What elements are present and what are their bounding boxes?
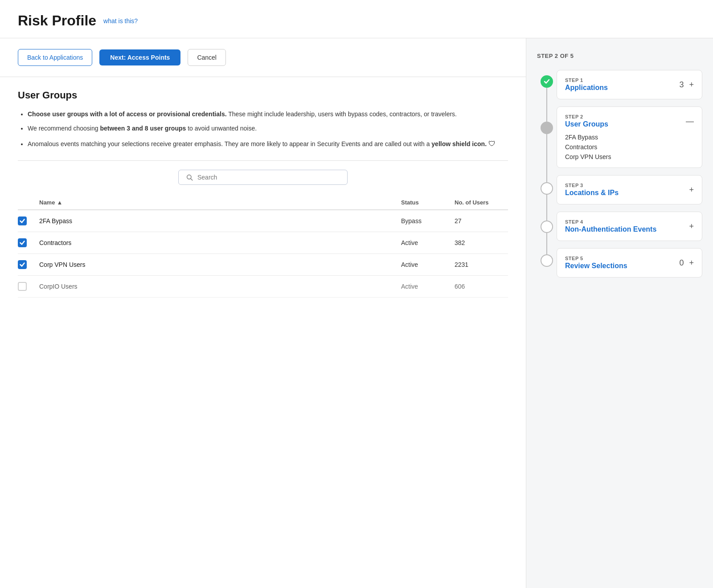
card4-line	[546, 245, 547, 254]
indicator-column	[537, 70, 557, 288]
section-title: User Groups	[18, 90, 508, 101]
checkbox-col-header	[18, 199, 39, 206]
row-name-4: CorpIO Users	[39, 283, 401, 290]
gap-1-2	[557, 103, 702, 106]
step2-number: STEP 2	[565, 114, 608, 119]
user-groups-table: Name ▲ Status No. of Users 2FA	[18, 196, 508, 298]
card3-spacer	[546, 207, 547, 220]
users-column-header: No. of Users	[455, 199, 508, 206]
step2-card: STEP 2 User Groups — 2FA Bypass Contract…	[557, 106, 702, 168]
row-name-3: Corp VPN Users	[39, 261, 401, 268]
gap-3-4	[557, 208, 702, 212]
step3-expand-icon[interactable]: +	[689, 185, 694, 195]
step3-number: STEP 3	[565, 183, 619, 188]
step2-items: 2FA Bypass Contractors Corp VPN Users	[565, 134, 694, 160]
table-row: 2FA Bypass Bypass 27	[18, 210, 508, 232]
step2-indicator	[541, 122, 553, 134]
step2-expand-icon[interactable]: —	[686, 117, 694, 126]
row-users-2: 382	[455, 239, 508, 246]
step2-item-3: Corp VPN Users	[565, 153, 694, 160]
line-1-2	[546, 88, 547, 95]
step2-info: STEP 2 User Groups	[565, 114, 608, 128]
step2-card-header: STEP 2 User Groups —	[565, 114, 694, 128]
step5-expand-icon[interactable]: +	[689, 258, 694, 268]
status-column-header: Status	[401, 199, 455, 206]
line-2-3	[546, 134, 547, 147]
search-container	[18, 170, 508, 185]
search-input[interactable]	[197, 174, 340, 181]
step3-card-header: STEP 3 Locations & IPs +	[565, 183, 694, 197]
step1-count: 3	[679, 80, 684, 90]
step1-indicator	[541, 75, 553, 88]
check-icon	[20, 262, 25, 267]
step3-right: +	[689, 185, 694, 195]
row-status-2: Active	[401, 239, 455, 246]
step4-indicator-wrapper	[541, 220, 553, 245]
step1-card-header: STEP 1 Applications 3 +	[565, 78, 694, 92]
check-icon	[20, 218, 25, 224]
row-name-2: Contractors	[39, 239, 401, 246]
step5-number: STEP 5	[565, 256, 627, 261]
cancel-button[interactable]: Cancel	[188, 49, 226, 66]
card1-spacer	[546, 95, 547, 122]
step5-name: Review Selections	[565, 262, 627, 270]
card1-line	[546, 95, 547, 122]
step1-expand-icon[interactable]: +	[689, 80, 694, 90]
row-checkbox-2[interactable]	[18, 238, 27, 247]
card2-spacer	[546, 147, 547, 182]
step4-right: +	[689, 222, 694, 231]
toolbar: Back to Applications Next: Access Points…	[0, 38, 526, 77]
row-users-3: 2231	[455, 261, 508, 268]
left-panel: Back to Applications Next: Access Points…	[0, 38, 526, 588]
step2-item-1: 2FA Bypass	[565, 134, 694, 141]
gap-4-5	[557, 245, 702, 248]
table-row: CorpIO Users Active 606	[18, 276, 508, 298]
content-area: Back to Applications Next: Access Points…	[0, 38, 713, 588]
card4-spacer	[546, 245, 547, 254]
row-checkbox-3[interactable]	[18, 260, 27, 269]
instructions-list: Choose user groups with a lot of access …	[18, 109, 508, 150]
step3-name: Locations & IPs	[565, 189, 619, 197]
search-icon	[186, 174, 193, 181]
step2-indicator-wrapper	[541, 122, 553, 147]
step1-card: STEP 1 Applications 3 +	[557, 70, 702, 99]
step5-card: STEP 5 Review Selections 0 +	[557, 248, 702, 278]
instruction-2: We recommend choosing between 3 and 8 us…	[28, 123, 508, 134]
back-button[interactable]: Back to Applications	[18, 49, 92, 66]
step4-card: STEP 4 Non-Authentication Events +	[557, 212, 702, 241]
shield-icon: 🛡	[488, 138, 496, 150]
step3-card: STEP 3 Locations & IPs +	[557, 175, 702, 204]
card3-line	[546, 207, 547, 220]
name-column-header[interactable]: Name ▲	[39, 199, 401, 206]
step4-indicator	[541, 220, 553, 233]
svg-line-1	[191, 179, 193, 180]
step4-number: STEP 4	[565, 219, 656, 225]
step1-indicator-wrapper	[541, 70, 553, 95]
step1-name: Applications	[565, 84, 608, 92]
instruction-3-bold: yellow shield icon.	[431, 140, 487, 147]
stepper: STEP 1 Applications 3 +	[537, 70, 702, 288]
search-box[interactable]	[178, 170, 348, 185]
step5-indicator	[541, 254, 553, 267]
instruction-1-bold: Choose user groups with a lot of access …	[28, 110, 227, 118]
divider-1	[18, 160, 508, 161]
line-4-5	[546, 233, 547, 245]
step3-info: STEP 3 Locations & IPs	[565, 183, 619, 197]
row-checkbox-1[interactable]	[18, 216, 27, 225]
instruction-2-bold: between 3 and 8 user groups	[100, 125, 186, 132]
main-content: User Groups Choose user groups with a lo…	[0, 77, 526, 310]
row-checkbox-4[interactable]	[18, 282, 27, 291]
next-button[interactable]: Next: Access Points	[99, 49, 180, 65]
step4-expand-icon[interactable]: +	[689, 222, 694, 231]
step3-indicator	[541, 182, 553, 195]
step4-info: STEP 4 Non-Authentication Events	[565, 219, 656, 233]
instruction-3: Anomalous events matching your selection…	[28, 138, 508, 150]
step2-item-2: Contractors	[565, 143, 694, 151]
card2-line	[546, 147, 547, 182]
table-header: Name ▲ Status No. of Users	[18, 196, 508, 210]
cards-column: STEP 1 Applications 3 +	[557, 70, 702, 288]
step5-info: STEP 5 Review Selections	[565, 256, 627, 270]
what-is-this-link[interactable]: what is this?	[103, 17, 138, 24]
row-status-4: Active	[401, 283, 455, 290]
row-users-1: 27	[455, 217, 508, 225]
